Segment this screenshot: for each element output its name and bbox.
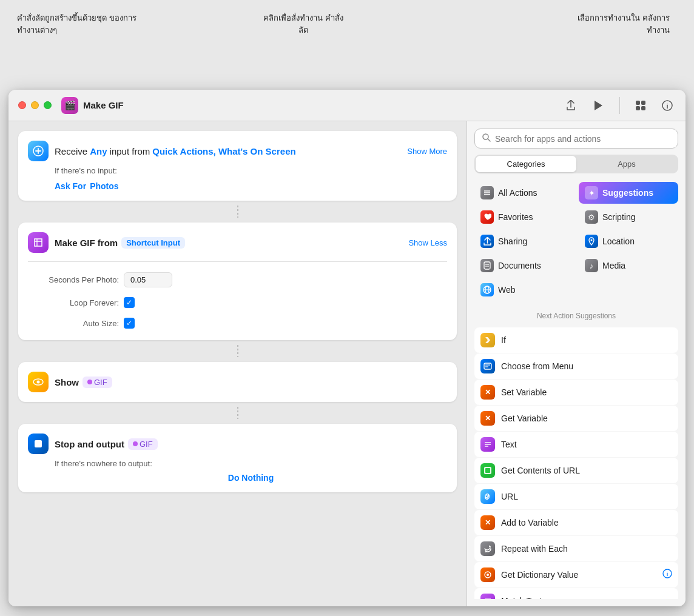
url-label: URL bbox=[501, 492, 672, 501]
titlebar-divider bbox=[619, 97, 620, 114]
svg-rect-1 bbox=[636, 101, 640, 105]
cat-web[interactable]: Web bbox=[474, 279, 574, 301]
library-button[interactable] bbox=[632, 97, 649, 114]
auto-size-label: Auto Size: bbox=[28, 319, 119, 328]
svg-rect-4 bbox=[641, 106, 645, 110]
action-get-dictionary-value[interactable]: Get Dictionary Value i bbox=[474, 562, 678, 588]
photos-token[interactable]: Photos bbox=[90, 181, 118, 191]
media-icon: ♪ bbox=[585, 259, 598, 272]
dict-value-label: Get Dictionary Value bbox=[501, 570, 656, 580]
show-label: Show bbox=[55, 377, 79, 387]
cat-location[interactable]: Location bbox=[579, 230, 678, 252]
svg-point-19 bbox=[591, 239, 593, 241]
action-panel: Categories Apps All Actions bbox=[467, 121, 686, 606]
stop-header: Stop and output GIF bbox=[28, 434, 447, 454]
text-label: Text bbox=[501, 440, 672, 449]
stop-card: Stop and output GIF If there's nowhere t… bbox=[18, 424, 457, 492]
location-label: Location bbox=[602, 236, 635, 246]
loop-checkbox[interactable]: ✓ bbox=[124, 297, 135, 308]
action-url[interactable]: URL bbox=[474, 484, 678, 509]
svg-marker-0 bbox=[595, 101, 602, 110]
svg-text:i: i bbox=[667, 571, 669, 577]
cat-sharing[interactable]: Sharing bbox=[474, 230, 574, 252]
cat-documents[interactable]: Documents bbox=[474, 255, 574, 276]
share-button[interactable] bbox=[562, 97, 579, 114]
tab-apps[interactable]: Apps bbox=[576, 156, 677, 172]
run-button[interactable] bbox=[589, 96, 607, 115]
auto-size-checkbox[interactable]: ✓ bbox=[124, 318, 135, 329]
location-icon bbox=[585, 235, 598, 248]
make-gif-title: Make GIF from Shortcut Input bbox=[55, 237, 402, 249]
receive-text: Receive Any input from Quick Actions, Wh… bbox=[55, 146, 401, 156]
action-choose-from-menu[interactable]: Choose from Menu bbox=[474, 353, 678, 379]
search-input[interactable] bbox=[495, 134, 670, 144]
action-get-contents-url[interactable]: Get Contents of URL bbox=[474, 458, 678, 483]
svg-line-15 bbox=[488, 139, 490, 141]
action-get-variable[interactable]: ✕ Get Variable bbox=[474, 406, 678, 431]
seconds-input[interactable] bbox=[124, 272, 172, 287]
receive-mid: input from bbox=[110, 146, 150, 156]
gif-dot bbox=[87, 380, 92, 384]
next-action-suggestions-label: Next Action Suggestions bbox=[474, 309, 678, 321]
show-text: Show GIF bbox=[55, 377, 112, 388]
any-token[interactable]: Any bbox=[90, 146, 107, 156]
svg-rect-13 bbox=[35, 440, 42, 447]
svg-point-11 bbox=[37, 381, 40, 384]
do-nothing-button[interactable]: Do Nothing bbox=[55, 473, 447, 483]
svg-rect-20 bbox=[484, 262, 490, 269]
scripting-icon: ⚙ bbox=[585, 210, 598, 224]
action-repeat-with-each[interactable]: Repeat with Each bbox=[474, 536, 678, 561]
ask-for-button[interactable]: Ask For bbox=[55, 181, 86, 191]
seconds-per-photo-row: Seconds Per Photo: bbox=[28, 270, 447, 289]
cat-media[interactable]: ♪ Media bbox=[579, 255, 678, 276]
action-set-variable[interactable]: ✕ Set Variable bbox=[474, 380, 678, 405]
close-button[interactable] bbox=[18, 101, 26, 109]
if-no-input-row: Ask For Photos bbox=[55, 181, 447, 191]
make-gif-divider bbox=[28, 261, 447, 262]
show-less-button[interactable]: Show Less bbox=[408, 238, 447, 247]
url-icon bbox=[480, 489, 495, 504]
seconds-label: Seconds Per Photo: bbox=[28, 275, 119, 284]
maximize-button[interactable] bbox=[44, 101, 52, 109]
stop-title: Stop and output GIF bbox=[55, 438, 158, 450]
get-contents-url-label: Get Contents of URL bbox=[501, 466, 672, 475]
cat-favorites[interactable]: Favorites bbox=[474, 206, 574, 228]
action-text[interactable]: Text bbox=[474, 432, 678, 457]
show-icon bbox=[28, 372, 49, 392]
action-if[interactable]: If bbox=[474, 327, 678, 353]
web-icon bbox=[480, 283, 494, 296]
if-no-input-label: If there's no input: bbox=[55, 166, 447, 175]
match-text-label: Match Text bbox=[501, 596, 672, 599]
show-gif-token[interactable]: GIF bbox=[83, 377, 112, 388]
info-button[interactable]: i bbox=[659, 97, 676, 114]
shortcut-input-token[interactable]: Shortcut Input bbox=[121, 237, 185, 249]
cat-all-actions[interactable]: All Actions bbox=[474, 182, 574, 204]
cat-scripting[interactable]: ⚙ Scripting bbox=[579, 206, 678, 228]
content-area: Receive Any input from Quick Actions, Wh… bbox=[8, 121, 686, 606]
connector-3 bbox=[18, 407, 457, 419]
connector-2 bbox=[18, 345, 457, 357]
match-text-icon bbox=[480, 594, 495, 599]
dict-value-info-icon[interactable]: i bbox=[662, 569, 672, 581]
sources-token[interactable]: Quick Actions, What's On Screen bbox=[152, 146, 295, 156]
dict-value-icon bbox=[480, 567, 495, 582]
minimize-button[interactable] bbox=[31, 101, 39, 109]
titlebar: 🎬 Make GIF bbox=[8, 90, 686, 121]
stop-gif-token[interactable]: GIF bbox=[128, 438, 158, 450]
svg-rect-2 bbox=[641, 101, 645, 105]
main-window: 🎬 Make GIF bbox=[8, 90, 686, 606]
stop-gif-dot bbox=[133, 441, 138, 446]
svg-text:i: i bbox=[666, 102, 668, 109]
tab-categories[interactable]: Categories bbox=[476, 156, 576, 172]
add-variable-label: Add to Variable bbox=[501, 518, 672, 527]
action-match-text[interactable]: Match Text bbox=[474, 588, 678, 599]
if-label: If bbox=[501, 335, 672, 345]
set-variable-icon: ✕ bbox=[480, 385, 495, 400]
choose-menu-icon bbox=[480, 359, 495, 373]
favorites-label: Favorites bbox=[498, 212, 533, 222]
traffic-lights bbox=[18, 101, 52, 109]
action-add-to-variable[interactable]: ✕ Add to Variable bbox=[474, 510, 678, 535]
show-more-button[interactable]: Show More bbox=[407, 147, 447, 156]
receive-prefix: Receive bbox=[55, 146, 87, 156]
cat-suggestions[interactable]: ✦ Suggestions bbox=[579, 182, 678, 204]
